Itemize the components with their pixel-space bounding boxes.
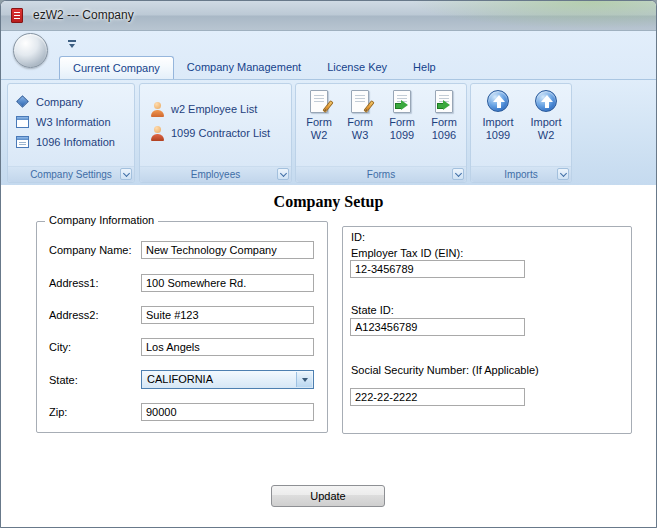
company-name-input[interactable]: [141, 241, 314, 259]
city-input[interactable]: [141, 338, 314, 356]
ribbon-item-company[interactable]: Company: [16, 93, 83, 111]
company-setup-panel: Company Setup Company Information Compan…: [1, 185, 656, 528]
group-employees: w2 Employee List 1099 Contractor List Em…: [139, 83, 292, 183]
groupbox-legend: Company Information: [45, 214, 158, 226]
import-w2-icon: [535, 90, 557, 112]
button-label-line2: W3: [341, 129, 379, 142]
ein-label: Employer Tax ID (EIN):: [351, 247, 463, 259]
quick-access-customize-button[interactable]: [64, 38, 79, 54]
combo-dropdown-arrow-icon[interactable]: [296, 372, 312, 387]
employee-person-icon: [150, 102, 165, 117]
ribbon-button-form-1099[interactable]: Form 1099: [382, 86, 422, 166]
group-label: Forms: [367, 169, 395, 180]
titlebar[interactable]: ezW2 --- Company: [1, 1, 656, 31]
button-label-line2: W2: [300, 129, 338, 142]
contractor-person-icon: [150, 126, 165, 141]
ribbon-button-form-w2[interactable]: Form W2: [300, 86, 338, 166]
group-label: Imports: [504, 169, 537, 180]
ribbon-item-label: 1096 Infomation: [36, 136, 115, 148]
button-label-line2: 1099: [476, 129, 520, 142]
state-id-input[interactable]: [350, 318, 525, 336]
ribbon-item-1099-contractor-list[interactable]: 1099 Contractor List: [150, 124, 270, 142]
group-footer-forms: Forms: [296, 166, 466, 182]
button-label-line2: 1096: [424, 129, 464, 142]
app-window: ezW2 --- Company Current Company Company…: [0, 0, 657, 528]
company-icon: [16, 95, 30, 109]
ribbon-tabs: Current Company Company Management Licen…: [59, 56, 449, 79]
group-company-settings: Company W3 Information 1096 Infomation C…: [7, 83, 135, 183]
address2-label: Address2:: [49, 309, 99, 321]
form-w3-icon: [351, 90, 369, 113]
tab-help[interactable]: Help: [400, 56, 449, 79]
ribbon-item-label: W3 Information: [36, 116, 111, 128]
qat-bar-icon: [68, 40, 76, 42]
form-1096-icon: [435, 90, 453, 113]
button-label-line1: Form: [382, 116, 422, 129]
app-icon[interactable]: [10, 8, 26, 24]
form-w2-icon: [310, 90, 328, 113]
id-groupbox: ID: Employer Tax ID (EIN): State ID: Soc…: [342, 226, 632, 434]
ribbon-button-import-1099[interactable]: Import 1099: [476, 86, 520, 166]
w3-form-icon: [16, 115, 30, 129]
zip-input[interactable]: [141, 403, 314, 421]
state-label: State:: [49, 374, 78, 386]
import-1099-icon: [487, 90, 509, 112]
update-button[interactable]: Update: [271, 485, 385, 507]
ssn-input[interactable]: [350, 388, 525, 406]
application-menu-button[interactable]: [13, 33, 48, 68]
button-label-line2: W2: [524, 129, 568, 142]
ribbon-item-label: Company: [36, 96, 83, 108]
ribbon: Current Company Company Management Licen…: [1, 31, 656, 185]
id-heading: ID:: [351, 231, 365, 243]
ribbon-item-label: w2 Employee List: [171, 103, 257, 115]
state-select[interactable]: CALIFORNIA: [141, 370, 314, 389]
button-label-line1: Form: [300, 116, 338, 129]
red-form-icon: [11, 8, 23, 23]
window-title: ezW2 --- Company: [33, 1, 134, 30]
aero-glass-glow: [396, 1, 656, 31]
page-title: Company Setup: [1, 193, 656, 211]
form-1099-icon: [393, 90, 411, 113]
address2-input[interactable]: [141, 306, 314, 324]
ribbon-item-1096-infomation[interactable]: 1096 Infomation: [16, 133, 115, 151]
tab-current-company[interactable]: Current Company: [59, 56, 174, 79]
state-selected-value: CALIFORNIA: [147, 373, 213, 385]
ribbon-button-form-w3[interactable]: Form W3: [341, 86, 379, 166]
address1-input[interactable]: [141, 274, 314, 292]
group-label: Employees: [191, 169, 240, 180]
group-footer-company-settings: Company Settings: [8, 166, 134, 182]
ssn-label: Social Security Number: (If Applicable): [351, 364, 539, 376]
company-name-label: Company Name:: [49, 244, 132, 256]
company-information-groupbox: Company Information Company Name: Addres…: [36, 221, 328, 433]
group-footer-employees: Employees: [140, 166, 291, 182]
1096-form-icon: [16, 135, 30, 149]
dialog-launcher-icon[interactable]: [277, 168, 289, 180]
button-label-line2: 1099: [382, 129, 422, 142]
group-label: Company Settings: [30, 169, 112, 180]
tab-company-management[interactable]: Company Management: [174, 56, 314, 79]
dialog-launcher-icon[interactable]: [557, 168, 569, 180]
button-label-line1: Form: [341, 116, 379, 129]
dialog-launcher-icon[interactable]: [452, 168, 464, 180]
group-forms: Form W2 Form W3 Form 1099 Form 1096: [295, 83, 467, 183]
tab-license-key[interactable]: License Key: [314, 56, 400, 79]
address1-label: Address1:: [49, 277, 99, 289]
ein-input[interactable]: [350, 260, 525, 278]
button-label-line1: Import: [476, 116, 520, 129]
ribbon-item-label: 1099 Contractor List: [171, 127, 270, 139]
ribbon-item-w2-employee-list[interactable]: w2 Employee List: [150, 100, 257, 118]
ribbon-body: Company W3 Information 1096 Infomation C…: [1, 79, 656, 185]
button-label-line1: Form: [424, 116, 464, 129]
dialog-launcher-icon[interactable]: [120, 168, 132, 180]
zip-label: Zip:: [49, 406, 67, 418]
state-id-label: State ID:: [351, 304, 394, 316]
chevron-down-icon: [69, 44, 75, 48]
ribbon-item-w3-information[interactable]: W3 Information: [16, 113, 111, 131]
city-label: City:: [49, 341, 71, 353]
group-footer-imports: Imports: [471, 166, 571, 182]
group-imports: Import 1099 Import W2 Imports: [470, 83, 572, 183]
ribbon-button-form-1096[interactable]: Form 1096: [424, 86, 464, 166]
ribbon-button-import-w2[interactable]: Import W2: [524, 86, 568, 166]
button-label-line1: Import: [524, 116, 568, 129]
